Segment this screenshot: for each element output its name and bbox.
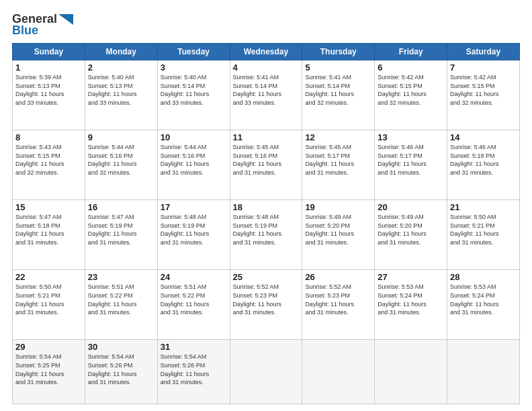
calendar-cell: 31Sunrise: 5:54 AM Sunset: 5:26 PM Dayli… xyxy=(157,340,230,404)
weekday-header-thursday: Thursday xyxy=(302,44,375,60)
day-number: 3 xyxy=(161,62,227,73)
day-info: Sunrise: 5:52 AM Sunset: 5:23 PM Dayligh… xyxy=(305,283,371,316)
day-info: Sunrise: 5:49 AM Sunset: 5:20 PM Dayligh… xyxy=(378,213,444,246)
day-number: 9 xyxy=(88,132,154,142)
day-number: 12 xyxy=(305,132,371,142)
calendar-cell: 30Sunrise: 5:54 AM Sunset: 5:26 PM Dayli… xyxy=(85,340,157,404)
day-info: Sunrise: 5:48 AM Sunset: 5:19 PM Dayligh… xyxy=(161,213,227,246)
calendar-cell: 4Sunrise: 5:41 AM Sunset: 5:14 PM Daylig… xyxy=(230,60,302,130)
day-number: 13 xyxy=(378,132,444,142)
day-number: 22 xyxy=(15,272,82,282)
calendar-cell: 3Sunrise: 5:40 AM Sunset: 5:14 PM Daylig… xyxy=(157,60,230,130)
calendar-cell xyxy=(375,340,447,404)
calendar-cell: 27Sunrise: 5:53 AM Sunset: 5:24 PM Dayli… xyxy=(375,270,447,340)
day-info: Sunrise: 5:52 AM Sunset: 5:23 PM Dayligh… xyxy=(233,283,300,316)
page: General Blue SundayMondayTuesdayWednesda… xyxy=(0,0,532,411)
calendar-cell: 24Sunrise: 5:51 AM Sunset: 5:22 PM Dayli… xyxy=(157,270,230,340)
weekday-header-wednesday: Wednesday xyxy=(230,44,302,60)
calendar-cell: 2Sunrise: 5:40 AM Sunset: 5:13 PM Daylig… xyxy=(85,60,157,130)
day-number: 6 xyxy=(378,62,444,73)
calendar-cell: 17Sunrise: 5:48 AM Sunset: 5:19 PM Dayli… xyxy=(157,200,230,270)
day-info: Sunrise: 5:51 AM Sunset: 5:22 PM Dayligh… xyxy=(161,283,227,316)
day-number: 7 xyxy=(450,62,517,73)
day-info: Sunrise: 5:46 AM Sunset: 5:17 PM Dayligh… xyxy=(378,143,444,177)
day-info: Sunrise: 5:48 AM Sunset: 5:19 PM Dayligh… xyxy=(233,213,300,246)
day-number: 29 xyxy=(15,342,82,352)
day-info: Sunrise: 5:45 AM Sunset: 5:17 PM Dayligh… xyxy=(305,143,371,177)
day-number: 24 xyxy=(161,272,227,282)
day-info: Sunrise: 5:46 AM Sunset: 5:18 PM Dayligh… xyxy=(450,143,517,177)
calendar-cell: 26Sunrise: 5:52 AM Sunset: 5:23 PM Dayli… xyxy=(302,270,375,340)
calendar-cell: 11Sunrise: 5:45 AM Sunset: 5:16 PM Dayli… xyxy=(230,130,302,200)
day-number: 18 xyxy=(233,202,300,212)
day-info: Sunrise: 5:41 AM Sunset: 5:14 PM Dayligh… xyxy=(233,73,300,107)
weekday-header-sunday: Sunday xyxy=(13,44,85,60)
weekday-header-monday: Monday xyxy=(85,44,157,60)
day-info: Sunrise: 5:49 AM Sunset: 5:20 PM Dayligh… xyxy=(305,213,371,246)
day-number: 23 xyxy=(88,272,154,282)
logo-arrow-icon xyxy=(58,14,73,25)
calendar-cell: 5Sunrise: 5:41 AM Sunset: 5:14 PM Daylig… xyxy=(302,60,375,130)
day-number: 26 xyxy=(305,272,371,282)
day-info: Sunrise: 5:43 AM Sunset: 5:15 PM Dayligh… xyxy=(15,143,82,177)
day-info: Sunrise: 5:53 AM Sunset: 5:24 PM Dayligh… xyxy=(450,283,517,316)
day-info: Sunrise: 5:44 AM Sunset: 5:16 PM Dayligh… xyxy=(161,143,227,177)
day-info: Sunrise: 5:54 AM Sunset: 5:26 PM Dayligh… xyxy=(88,353,154,386)
calendar-cell: 16Sunrise: 5:47 AM Sunset: 5:19 PM Dayli… xyxy=(85,200,157,270)
logo-blue: Blue xyxy=(12,24,38,38)
day-number: 10 xyxy=(161,132,227,142)
day-number: 14 xyxy=(450,132,517,142)
logo: General Blue xyxy=(12,12,73,38)
day-info: Sunrise: 5:54 AM Sunset: 5:25 PM Dayligh… xyxy=(15,353,82,386)
day-number: 8 xyxy=(15,132,82,142)
day-number: 16 xyxy=(88,202,154,212)
day-number: 1 xyxy=(15,62,82,73)
weekday-header-tuesday: Tuesday xyxy=(157,44,230,60)
calendar-cell: 6Sunrise: 5:42 AM Sunset: 5:15 PM Daylig… xyxy=(375,60,447,130)
day-number: 2 xyxy=(88,62,154,73)
day-number: 20 xyxy=(378,202,444,212)
day-info: Sunrise: 5:50 AM Sunset: 5:21 PM Dayligh… xyxy=(450,213,517,246)
calendar-cell: 21Sunrise: 5:50 AM Sunset: 5:21 PM Dayli… xyxy=(447,200,520,270)
day-info: Sunrise: 5:53 AM Sunset: 5:24 PM Dayligh… xyxy=(378,283,444,316)
day-info: Sunrise: 5:42 AM Sunset: 5:15 PM Dayligh… xyxy=(450,73,517,107)
calendar-cell: 23Sunrise: 5:51 AM Sunset: 5:22 PM Dayli… xyxy=(85,270,157,340)
day-info: Sunrise: 5:41 AM Sunset: 5:14 PM Dayligh… xyxy=(305,73,371,107)
calendar-cell: 19Sunrise: 5:49 AM Sunset: 5:20 PM Dayli… xyxy=(302,200,375,270)
day-number: 15 xyxy=(15,202,82,212)
calendar-cell: 7Sunrise: 5:42 AM Sunset: 5:15 PM Daylig… xyxy=(447,60,520,130)
day-info: Sunrise: 5:40 AM Sunset: 5:14 PM Dayligh… xyxy=(161,73,227,107)
day-number: 5 xyxy=(305,62,371,73)
calendar-cell: 10Sunrise: 5:44 AM Sunset: 5:16 PM Dayli… xyxy=(157,130,230,200)
day-info: Sunrise: 5:40 AM Sunset: 5:13 PM Dayligh… xyxy=(88,73,154,107)
day-info: Sunrise: 5:39 AM Sunset: 5:13 PM Dayligh… xyxy=(15,73,82,107)
calendar-cell: 29Sunrise: 5:54 AM Sunset: 5:25 PM Dayli… xyxy=(13,340,85,404)
day-number: 28 xyxy=(450,272,517,282)
day-info: Sunrise: 5:54 AM Sunset: 5:26 PM Dayligh… xyxy=(161,353,227,386)
day-number: 19 xyxy=(305,202,371,212)
day-info: Sunrise: 5:47 AM Sunset: 5:19 PM Dayligh… xyxy=(88,213,154,246)
calendar-cell: 12Sunrise: 5:45 AM Sunset: 5:17 PM Dayli… xyxy=(302,130,375,200)
calendar-table: SundayMondayTuesdayWednesdayThursdayFrid… xyxy=(12,43,520,404)
day-number: 25 xyxy=(233,272,300,282)
day-info: Sunrise: 5:47 AM Sunset: 5:18 PM Dayligh… xyxy=(15,213,82,246)
weekday-header-saturday: Saturday xyxy=(447,44,520,60)
day-info: Sunrise: 5:42 AM Sunset: 5:15 PM Dayligh… xyxy=(378,73,444,107)
svg-marker-0 xyxy=(58,14,73,25)
day-info: Sunrise: 5:50 AM Sunset: 5:21 PM Dayligh… xyxy=(15,283,82,316)
day-number: 4 xyxy=(233,62,300,73)
calendar-cell: 9Sunrise: 5:44 AM Sunset: 5:16 PM Daylig… xyxy=(85,130,157,200)
calendar-cell: 15Sunrise: 5:47 AM Sunset: 5:18 PM Dayli… xyxy=(13,200,85,270)
weekday-header-friday: Friday xyxy=(375,44,447,60)
day-number: 30 xyxy=(88,342,154,352)
day-number: 11 xyxy=(233,132,300,142)
calendar-cell: 14Sunrise: 5:46 AM Sunset: 5:18 PM Dayli… xyxy=(447,130,520,200)
day-info: Sunrise: 5:44 AM Sunset: 5:16 PM Dayligh… xyxy=(88,143,154,177)
calendar-cell: 1Sunrise: 5:39 AM Sunset: 5:13 PM Daylig… xyxy=(13,60,85,130)
day-info: Sunrise: 5:45 AM Sunset: 5:16 PM Dayligh… xyxy=(233,143,300,177)
day-number: 27 xyxy=(378,272,444,282)
day-number: 21 xyxy=(450,202,517,212)
calendar-cell: 8Sunrise: 5:43 AM Sunset: 5:15 PM Daylig… xyxy=(13,130,85,200)
calendar-cell: 13Sunrise: 5:46 AM Sunset: 5:17 PM Dayli… xyxy=(375,130,447,200)
calendar-cell xyxy=(302,340,375,404)
